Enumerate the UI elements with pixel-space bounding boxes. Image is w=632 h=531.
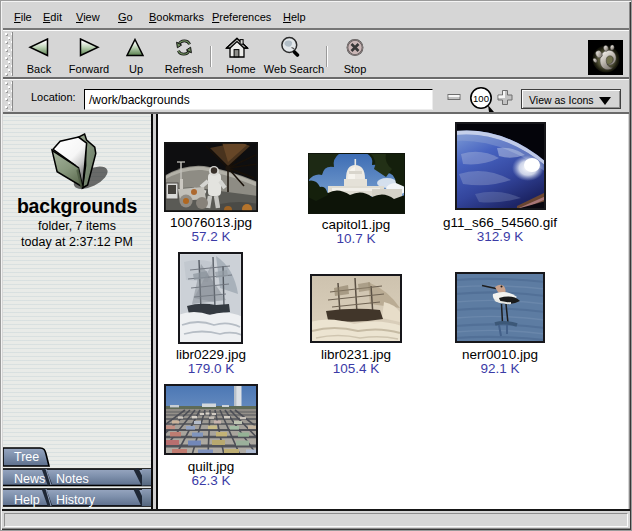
svg-text:100: 100 bbox=[473, 93, 489, 104]
